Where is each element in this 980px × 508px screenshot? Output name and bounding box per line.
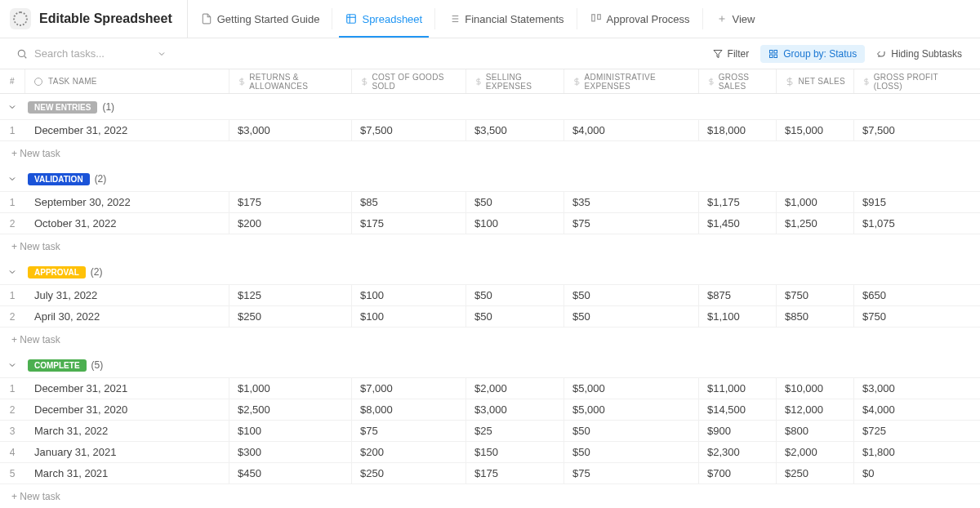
status-badge[interactable]: NEW ENTRIES bbox=[28, 101, 97, 114]
cell-selling[interactable]: $25 bbox=[466, 421, 564, 441]
cell-cogs[interactable]: $7,000 bbox=[351, 378, 466, 399]
cell-gross-sales[interactable]: $14,500 bbox=[698, 399, 776, 420]
table-row[interactable]: 4January 31, 2021$300$200$150$50$2,300$2… bbox=[0, 441, 980, 463]
cell-cogs[interactable]: $85 bbox=[351, 192, 466, 212]
cell-returns[interactable]: $250 bbox=[229, 306, 351, 327]
cell-gross-profit[interactable]: $750 bbox=[853, 306, 960, 327]
filter-button[interactable]: Filter bbox=[705, 45, 758, 63]
cell-cogs[interactable]: $100 bbox=[351, 285, 466, 305]
task-name[interactable]: December 31, 2020 bbox=[24, 399, 229, 420]
cell-returns[interactable]: $450 bbox=[229, 463, 351, 483]
cell-net-sales[interactable]: $250 bbox=[776, 463, 853, 483]
cell-cogs[interactable]: $7,500 bbox=[351, 120, 466, 140]
chevron-down-icon[interactable] bbox=[157, 49, 167, 59]
cell-gross-sales[interactable]: $700 bbox=[698, 463, 776, 483]
cell-selling[interactable]: $3,000 bbox=[466, 399, 564, 420]
cell-net-sales[interactable]: $2,000 bbox=[776, 442, 853, 462]
cell-admin[interactable]: $35 bbox=[564, 192, 698, 212]
cell-selling[interactable]: $50 bbox=[466, 285, 564, 305]
col-net-sales[interactable]: NET SALES bbox=[776, 69, 853, 93]
cell-net-sales[interactable]: $800 bbox=[776, 421, 853, 441]
new-task-button[interactable]: + New task bbox=[0, 328, 980, 352]
cell-gross-profit[interactable]: $650 bbox=[853, 285, 960, 305]
cell-admin[interactable]: $50 bbox=[564, 306, 698, 327]
cell-gross-profit[interactable]: $915 bbox=[853, 192, 960, 212]
cell-gross-sales[interactable]: $18,000 bbox=[698, 120, 776, 140]
task-name[interactable]: March 31, 2022 bbox=[24, 421, 229, 441]
tab-add-view[interactable]: View bbox=[703, 0, 768, 38]
group-header[interactable]: VALIDATION(2) bbox=[0, 166, 980, 192]
cell-cogs[interactable]: $100 bbox=[351, 306, 466, 327]
col-returns[interactable]: RETURNS & ALLOWANCES bbox=[229, 69, 351, 93]
new-task-button[interactable]: + New task bbox=[0, 141, 980, 166]
col-gross-profit[interactable]: GROSS PROFIT (LOSS) bbox=[853, 69, 960, 93]
cell-gross-sales[interactable]: $1,100 bbox=[698, 306, 776, 327]
cell-admin[interactable]: $4,000 bbox=[564, 120, 698, 140]
task-name[interactable]: April 30, 2022 bbox=[24, 306, 229, 327]
col-selling[interactable]: SELLING EXPENSES bbox=[466, 69, 564, 93]
cell-admin[interactable]: $75 bbox=[564, 463, 698, 483]
cell-selling[interactable]: $2,000 bbox=[466, 378, 564, 399]
status-badge[interactable]: APPROVAL bbox=[28, 266, 86, 279]
task-name[interactable]: March 31, 2021 bbox=[24, 463, 229, 483]
chevron-down-icon[interactable] bbox=[5, 100, 20, 114]
group-header[interactable]: NEW ENTRIES(1) bbox=[0, 94, 980, 120]
cell-selling[interactable]: $50 bbox=[466, 192, 564, 212]
new-task-button[interactable]: + New task bbox=[0, 234, 980, 259]
table-row[interactable]: 2December 31, 2020$2,500$8,000$3,000$5,0… bbox=[0, 399, 980, 421]
cell-net-sales[interactable]: $1,250 bbox=[776, 213, 853, 234]
cell-net-sales[interactable]: $10,000 bbox=[776, 378, 853, 399]
search-input[interactable] bbox=[34, 47, 149, 60]
cell-net-sales[interactable]: $12,000 bbox=[776, 399, 853, 420]
cell-returns[interactable]: $2,500 bbox=[229, 399, 351, 420]
cell-gross-sales[interactable]: $1,175 bbox=[698, 192, 776, 212]
cell-gross-sales[interactable]: $875 bbox=[698, 285, 776, 305]
group-by-button[interactable]: Group by: Status bbox=[760, 45, 865, 63]
cell-net-sales[interactable]: $850 bbox=[776, 306, 853, 327]
cell-returns[interactable]: $3,000 bbox=[229, 120, 351, 140]
hiding-button[interactable]: Hiding Subtasks bbox=[868, 45, 970, 63]
cell-gross-profit[interactable]: $1,800 bbox=[853, 442, 960, 462]
tab-getting-started[interactable]: Getting Started Guide bbox=[188, 0, 333, 38]
chevron-down-icon[interactable] bbox=[5, 358, 20, 372]
cell-returns[interactable]: $175 bbox=[229, 192, 351, 212]
table-row[interactable]: 1July 31, 2022$125$100$50$50$875$750$650 bbox=[0, 284, 980, 306]
cell-gross-profit[interactable]: $0 bbox=[853, 463, 960, 483]
cell-returns[interactable]: $1,000 bbox=[229, 378, 351, 399]
cell-admin[interactable]: $5,000 bbox=[564, 399, 698, 420]
new-task-button[interactable]: + New task bbox=[0, 484, 980, 508]
tab-approval[interactable]: Approval Process bbox=[577, 0, 703, 38]
col-admin[interactable]: ADMINISTRATIVE EXPENSES bbox=[564, 69, 698, 93]
cell-selling[interactable]: $3,500 bbox=[466, 120, 564, 140]
tab-spreadsheet[interactable]: Spreadsheet bbox=[332, 0, 435, 38]
status-badge[interactable]: VALIDATION bbox=[28, 173, 90, 185]
cell-cogs[interactable]: $8,000 bbox=[351, 399, 466, 420]
col-task[interactable]: TASK NAME bbox=[24, 69, 229, 93]
group-header[interactable]: COMPLETE(5) bbox=[0, 352, 980, 378]
table-row[interactable]: 2October 31, 2022$200$175$100$75$1,450$1… bbox=[0, 212, 980, 234]
cell-returns[interactable]: $200 bbox=[229, 213, 351, 234]
cell-gross-profit[interactable]: $3,000 bbox=[853, 378, 960, 399]
cell-admin[interactable]: $5,000 bbox=[564, 378, 698, 399]
cell-gross-sales[interactable]: $11,000 bbox=[698, 378, 776, 399]
task-name[interactable]: January 31, 2021 bbox=[24, 442, 229, 462]
table-row[interactable]: 3March 31, 2022$100$75$25$50$900$800$725 bbox=[0, 420, 980, 442]
group-header[interactable]: APPROVAL(2) bbox=[0, 259, 980, 285]
cell-admin[interactable]: $75 bbox=[564, 213, 698, 234]
task-name[interactable]: December 31, 2022 bbox=[24, 120, 229, 140]
task-name[interactable]: September 30, 2022 bbox=[24, 192, 229, 212]
tab-financial[interactable]: Financial Statements bbox=[435, 0, 577, 38]
task-name[interactable]: July 31, 2022 bbox=[24, 285, 229, 305]
cell-gross-profit[interactable]: $725 bbox=[853, 421, 960, 441]
cell-selling[interactable]: $150 bbox=[466, 442, 564, 462]
cell-net-sales[interactable]: $750 bbox=[776, 285, 853, 305]
cell-cogs[interactable]: $175 bbox=[351, 213, 466, 234]
table-row[interactable]: 1December 31, 2022$3,000$7,500$3,500$4,0… bbox=[0, 119, 980, 141]
cell-gross-sales[interactable]: $2,300 bbox=[698, 442, 776, 462]
cell-returns[interactable]: $100 bbox=[229, 421, 351, 441]
chevron-down-icon[interactable] bbox=[5, 265, 20, 279]
cell-selling[interactable]: $175 bbox=[466, 463, 564, 483]
cell-returns[interactable]: $125 bbox=[229, 285, 351, 305]
search[interactable] bbox=[10, 44, 173, 63]
table-row[interactable]: 1September 30, 2022$175$85$50$35$1,175$1… bbox=[0, 191, 980, 213]
